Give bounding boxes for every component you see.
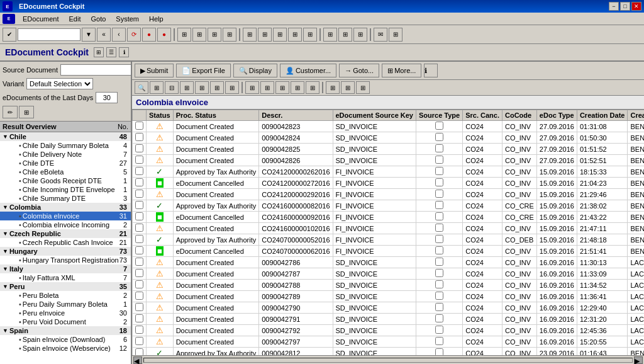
row-select[interactable] — [133, 132, 147, 144]
table-header[interactable]: Source Type — [416, 110, 462, 121]
row-select[interactable] — [133, 189, 147, 200]
src-canc[interactable] — [416, 212, 462, 223]
src-canc[interactable] — [416, 302, 462, 314]
tool12[interactable]: ⊞ — [353, 28, 367, 42]
src-canc[interactable] — [416, 132, 462, 144]
row-select[interactable] — [133, 302, 147, 314]
tree-item[interactable]: ▼ Czech Republic21 — [0, 229, 131, 238]
row-select[interactable] — [133, 178, 147, 189]
tool3[interactable]: ⊞ — [208, 28, 221, 42]
sec-btn-11[interactable]: ⊞ — [291, 81, 304, 94]
table-row[interactable]: ⚠Document Created0090042825SD_INVOICECO2… — [133, 144, 645, 155]
src-canc-checkbox[interactable] — [435, 303, 443, 311]
src-canc[interactable] — [416, 234, 462, 246]
tree-item[interactable]: ▼ Chile48 — [0, 132, 131, 141]
customer-button[interactable]: 👤 Customer... — [280, 64, 336, 77]
src-canc[interactable] — [416, 200, 462, 212]
h-scroll-right[interactable]: ▶ — [634, 356, 643, 364]
src-canc[interactable] — [416, 166, 462, 178]
tree-item[interactable]: • Peru Void Document2 — [0, 317, 131, 326]
tree-item[interactable]: • Peru eInvoice30 — [0, 309, 131, 317]
row-checkbox[interactable] — [135, 303, 143, 311]
maximize-button[interactable]: □ — [620, 2, 630, 11]
table-container[interactable]: StatusProc. StatusDescr.eDocument Source… — [132, 110, 644, 355]
src-canc[interactable] — [416, 291, 462, 302]
src-canc-checkbox[interactable] — [435, 122, 443, 130]
table-row[interactable]: ⚠Document Created0090042787SD_INVOICECO2… — [133, 268, 645, 280]
sec-btn-7[interactable]: ⊞ — [225, 81, 239, 94]
src-canc[interactable] — [416, 155, 462, 166]
app-icon-1[interactable]: ⊞ — [94, 47, 104, 57]
src-canc-checkbox[interactable] — [435, 167, 443, 175]
table-row[interactable]: ⚠Document Created0090042786SD_INVOICECO2… — [133, 257, 645, 268]
row-checkbox[interactable] — [135, 122, 143, 130]
edit-btn-2[interactable]: ⊞ — [19, 106, 34, 118]
tool4[interactable]: ⊞ — [223, 28, 236, 42]
table-header[interactable] — [133, 110, 147, 121]
row-select[interactable] — [133, 314, 147, 325]
src-canc-checkbox[interactable] — [435, 280, 443, 288]
tree-item[interactable]: • Czech Republic Cash Invoice21 — [0, 238, 131, 247]
menu-edocument[interactable]: EDocument — [18, 14, 64, 24]
app-icon-2[interactable]: ☰ — [106, 47, 116, 57]
command-input[interactable] — [18, 28, 80, 41]
row-checkbox[interactable] — [135, 246, 143, 254]
tree-item[interactable]: • Spain eInvoice (Download)6 — [0, 335, 131, 344]
tree-item[interactable]: • Hungary Transport Registration73 — [0, 256, 131, 264]
tree-item[interactable]: ▼ Spain18 — [0, 326, 131, 335]
src-canc-checkbox[interactable] — [435, 258, 443, 266]
menu-system[interactable]: System — [111, 14, 144, 24]
sec-btn-2[interactable]: ⊞ — [150, 81, 164, 94]
email-btn[interactable]: ✉ — [374, 28, 387, 42]
minimize-button[interactable]: − — [609, 2, 619, 11]
back-button[interactable]: ✔ — [3, 28, 16, 42]
h-scroll-track[interactable] — [143, 358, 633, 363]
src-canc-checkbox[interactable] — [435, 212, 443, 220]
red-btn2[interactable]: ● — [157, 28, 171, 42]
tool6[interactable]: ⊞ — [258, 28, 272, 42]
table-row[interactable]: ✓Approved by Tax AuthorityCO240700000052… — [133, 234, 645, 246]
table-row[interactable]: ⚠Document Created0090042790SD_INVOICECO2… — [133, 302, 645, 314]
row-checkbox[interactable] — [135, 201, 143, 209]
row-select[interactable] — [133, 155, 147, 166]
src-canc-checkbox[interactable] — [435, 246, 443, 254]
sec-btn-10[interactable]: ⊞ — [275, 81, 289, 94]
menu-edit[interactable]: Edit — [64, 14, 86, 24]
sec-btn-8[interactable]: ⊞ — [245, 81, 259, 94]
tree-item[interactable]: • Chile eBoleta5 — [0, 168, 131, 176]
src-canc[interactable] — [416, 325, 462, 336]
row-select[interactable] — [133, 348, 147, 356]
row-checkbox[interactable] — [135, 314, 143, 322]
tree-item[interactable]: • Colombia eInvoice Incoming2 — [0, 220, 131, 229]
table-header[interactable]: eDocument Source Key — [333, 110, 416, 121]
more-button[interactable]: ⊞ More... — [382, 64, 421, 77]
row-checkbox[interactable] — [135, 178, 143, 186]
tool11[interactable]: ⊞ — [338, 28, 352, 42]
app-icon-3[interactable]: ℹ — [119, 47, 129, 57]
table-header[interactable]: Src. Canc. — [463, 110, 502, 121]
src-canc[interactable] — [416, 314, 462, 325]
table-row[interactable]: ⚠Document Created0090042789SD_INVOICECO2… — [133, 291, 645, 302]
h-scrollbar[interactable]: ◀ ▶ — [132, 355, 644, 364]
sec-btn-12[interactable]: ⊞ — [306, 81, 319, 94]
src-canc[interactable] — [416, 268, 462, 280]
table-header[interactable]: Created on — [628, 110, 644, 121]
table-row[interactable]: ⚠Document Created0090042791SD_INVOICECO2… — [133, 314, 645, 325]
sec-btn-5[interactable]: ⊞ — [195, 81, 209, 94]
table-header[interactable]: Creation Date — [577, 110, 628, 121]
tree-item[interactable]: • Chile Summary DTE3 — [0, 194, 131, 203]
table-header[interactable]: CoCode — [502, 110, 537, 121]
dropdown-button[interactable]: ▼ — [82, 28, 96, 42]
table-row[interactable]: ⚠Document Created0090042792SD_INVOICECO2… — [133, 325, 645, 336]
src-canc-checkbox[interactable] — [435, 133, 443, 141]
sec-btn-13[interactable]: ⊞ — [326, 81, 340, 94]
table-row[interactable]: ✓Approved by Tax Authority0090042812SD_I… — [133, 348, 645, 356]
row-checkbox[interactable] — [135, 269, 143, 277]
table-row[interactable]: ⚠Document CreatedCO241600000102016FI_INV… — [133, 223, 645, 234]
row-select[interactable] — [133, 246, 147, 257]
row-checkbox[interactable] — [135, 235, 143, 243]
tree-item[interactable]: • Spain eInvoice (Webservice)12 — [0, 344, 131, 353]
source-doc-input[interactable] — [60, 64, 132, 76]
table-row[interactable]: ⚠Document Created0090042797SD_INVOICECO2… — [133, 336, 645, 348]
menu-help[interactable]: Help — [144, 14, 169, 24]
